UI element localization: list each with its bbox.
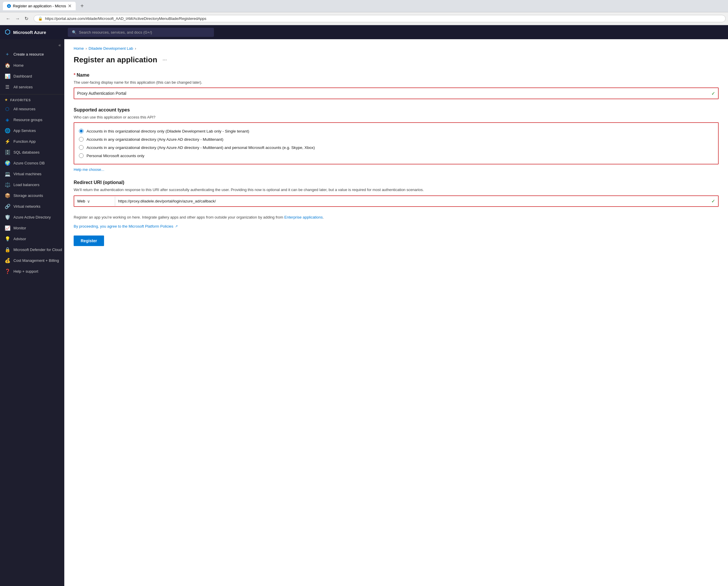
account-types-title: Supported account types xyxy=(74,107,719,113)
radio-multitenant-personal[interactable] xyxy=(79,145,84,150)
sidebar-item-load-balancers[interactable]: ⚖️ Load balancers xyxy=(0,179,64,190)
address-bar[interactable]: 🔒 https://portal.azure.com/#blade/Micros… xyxy=(34,15,726,22)
radio-multitenant[interactable] xyxy=(79,137,84,142)
account-types-section: Supported account types Who can use this… xyxy=(74,107,719,172)
back-button[interactable]: ← xyxy=(4,15,12,23)
breadcrumb-sep-2: › xyxy=(135,46,136,51)
radio-option-personal-only[interactable]: Personal Microsoft accounts only xyxy=(79,151,713,160)
main-layout: « ＋ Create a resource 🏠 Home 📊 Dashboard… xyxy=(0,39,728,586)
radio-option-multitenant[interactable]: Accounts in any organizational directory… xyxy=(79,135,713,143)
sidebar-item-dashboard[interactable]: 📊 Dashboard xyxy=(0,71,64,82)
refresh-button[interactable]: ↻ xyxy=(23,15,30,23)
sidebar-item-label: Help + support xyxy=(14,269,38,273)
sidebar-item-sql-databases[interactable]: 🗄️ SQL databases xyxy=(0,147,64,158)
dashboard-icon: 📊 xyxy=(5,73,10,79)
sidebar-item-create-resource[interactable]: ＋ Create a resource xyxy=(0,49,64,60)
external-link-icon: ↗ xyxy=(175,224,178,228)
redirect-uri-title: Redirect URI (optional) xyxy=(74,180,719,185)
browser-chrome: 🅐 Register an application - Micros ✕ + xyxy=(0,0,728,12)
sidebar-item-label: Monitor xyxy=(14,226,26,230)
policy-link[interactable]: By proceeding, you agree to the Microsof… xyxy=(74,224,719,228)
sidebar-item-virtual-machines[interactable]: 💻 Virtual machines xyxy=(0,169,64,179)
monitor-icon: 📈 xyxy=(5,225,10,231)
resource-groups-icon: ◈ xyxy=(5,117,10,123)
radio-label-personal-only: Personal Microsoft accounts only xyxy=(86,153,145,158)
sidebar-item-label: Function App xyxy=(14,139,36,144)
azure-logo-icon: ⬡ xyxy=(5,28,10,36)
account-types-radio-group: Accounts in this organizational director… xyxy=(74,122,719,165)
sidebar-item-resource-groups[interactable]: ◈ Resource groups xyxy=(0,114,64,125)
sidebar-item-monitor[interactable]: 📈 Monitor xyxy=(0,223,64,234)
browser-tab[interactable]: 🅐 Register an application - Micros ✕ xyxy=(3,2,76,10)
sidebar-item-storage-accounts[interactable]: 📦 Storage accounts xyxy=(0,190,64,201)
all-services-icon: ☰ xyxy=(5,84,10,90)
radio-option-multitenant-personal[interactable]: Accounts in any organizational directory… xyxy=(79,143,713,151)
sidebar-item-label: Microsoft Defender for Cloud xyxy=(14,247,62,252)
favorites-label: ★ FAVORITES xyxy=(0,96,64,103)
storage-icon: 📦 xyxy=(5,193,10,198)
radio-option-single-tenant[interactable]: Accounts in this organizational director… xyxy=(79,127,713,135)
sidebar-item-label: Advisor xyxy=(14,237,26,241)
forward-button[interactable]: → xyxy=(14,15,22,23)
name-input[interactable] xyxy=(77,88,711,99)
uri-type-select[interactable]: Web ∨ xyxy=(74,197,115,206)
breadcrumb-lab[interactable]: Diladele Development Lab xyxy=(88,46,133,51)
sidebar-item-label: Storage accounts xyxy=(14,193,43,198)
uri-input-wrapper: ✓ xyxy=(115,196,718,206)
sidebar-item-label: Virtual networks xyxy=(14,204,40,209)
breadcrumb-sep-1: › xyxy=(86,46,87,51)
page-title: Register an application xyxy=(74,55,157,64)
aad-icon: 🛡️ xyxy=(5,215,10,220)
sidebar-item-function-app[interactable]: ⚡ Function App xyxy=(0,136,64,147)
radio-label-single-tenant: Accounts in this organizational director… xyxy=(86,129,249,133)
more-options-button[interactable]: ··· xyxy=(161,56,168,64)
redirect-uri-section: Redirect URI (optional) We'll return the… xyxy=(74,180,719,207)
url-text: https://portal.azure.com/#blade/Microsof… xyxy=(45,16,206,21)
sidebar-item-cost-management[interactable]: 💰 Cost Management + Billing xyxy=(0,255,64,266)
sidebar-item-help-support[interactable]: ❓ Help + support xyxy=(0,266,64,277)
sidebar: « ＋ Create a resource 🏠 Home 📊 Dashboard… xyxy=(0,39,64,586)
sidebar-item-app-services[interactable]: 🌐 App Services xyxy=(0,125,64,136)
register-button[interactable]: Register xyxy=(74,236,104,246)
help-me-choose-link[interactable]: Help me choose... xyxy=(74,167,104,172)
new-tab-button[interactable]: + xyxy=(78,2,86,10)
sidebar-item-defender[interactable]: 🔒 Microsoft Defender for Cloud xyxy=(0,244,64,255)
sidebar-divider xyxy=(0,94,64,95)
sidebar-item-home[interactable]: 🏠 Home xyxy=(0,60,64,71)
brand-name: Microsoft Azure xyxy=(13,30,46,35)
name-section-desc: The user-facing display name for this ap… xyxy=(74,80,719,84)
uri-type-chevron: ∨ xyxy=(87,199,90,204)
sidebar-item-all-resources[interactable]: ⬡ All resources xyxy=(0,103,64,114)
sidebar-item-all-services[interactable]: ☰ All services xyxy=(0,82,64,93)
lb-icon: ⚖️ xyxy=(5,182,10,188)
vnet-icon: 🔗 xyxy=(5,204,10,209)
lock-icon: 🔒 xyxy=(38,16,43,21)
radio-personal-only[interactable] xyxy=(79,153,84,158)
function-app-icon: ⚡ xyxy=(5,139,10,144)
radio-single-tenant[interactable] xyxy=(79,129,84,133)
uri-input[interactable] xyxy=(118,196,711,206)
sidebar-item-azure-ad[interactable]: 🛡️ Azure Active Directory xyxy=(0,212,64,223)
sidebar-item-cosmos-db[interactable]: 🌍 Azure Cosmos DB xyxy=(0,158,64,169)
breadcrumb-home[interactable]: Home xyxy=(74,46,84,51)
azure-topbar: ⬡ Microsoft Azure 🔍 xyxy=(0,25,728,39)
tab-close-button[interactable]: ✕ xyxy=(68,3,72,9)
sidebar-collapse-button[interactable]: « xyxy=(58,43,61,47)
sidebar-item-label: Load balancers xyxy=(14,182,40,187)
search-bar[interactable]: 🔍 xyxy=(68,28,214,37)
azure-logo: ⬡ Microsoft Azure xyxy=(5,28,63,36)
uri-check-icon: ✓ xyxy=(711,198,715,204)
redirect-uri-desc: We'll return the authentication response… xyxy=(74,188,719,192)
radio-label-multitenant-personal: Accounts in any organizational directory… xyxy=(86,145,315,150)
radio-label-multitenant: Accounts in any organizational directory… xyxy=(86,137,223,142)
sidebar-item-virtual-networks[interactable]: 🔗 Virtual networks xyxy=(0,201,64,212)
star-icon: ★ xyxy=(5,98,8,102)
sidebar-item-label: Cost Management + Billing xyxy=(14,258,59,263)
sidebar-item-advisor[interactable]: 💡 Advisor xyxy=(0,234,64,244)
enterprise-link[interactable]: Enterprise applications xyxy=(284,215,323,219)
name-check-icon: ✓ xyxy=(711,91,715,96)
app-services-icon: 🌐 xyxy=(5,128,10,133)
favicon-icon: 🅐 xyxy=(7,4,11,8)
search-input[interactable] xyxy=(79,30,210,34)
create-resource-label: Create a resource xyxy=(14,52,44,56)
